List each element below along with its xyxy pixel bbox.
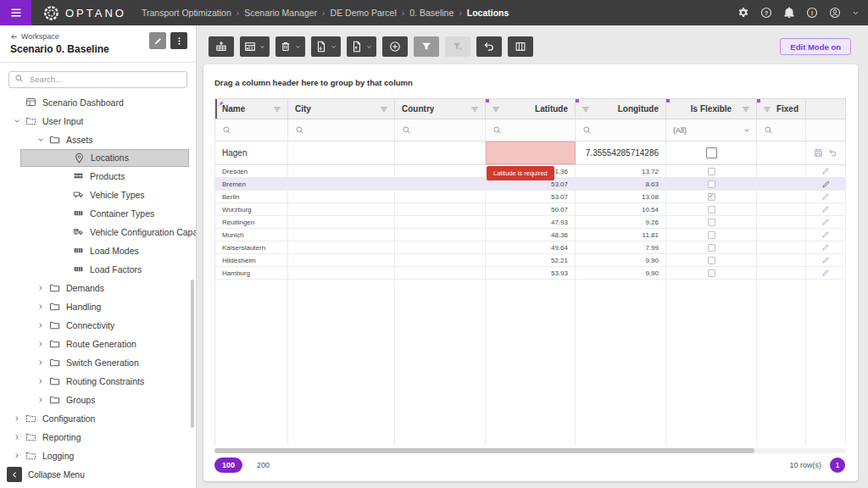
filter-cell-name[interactable] — [215, 119, 288, 141]
cell-city[interactable] — [288, 191, 395, 202]
column-header-country[interactable]: Country — [395, 99, 486, 119]
sidebar-search-input[interactable] — [8, 71, 187, 88]
cell-longitude[interactable]: 11.81 — [576, 229, 666, 241]
scenario-menu-button[interactable] — [170, 32, 187, 49]
grid-row-reutlingen[interactable]: Reutlingen47.939.26 — [215, 216, 846, 229]
cell-country[interactable] — [395, 141, 486, 164]
cell-city[interactable] — [288, 203, 395, 215]
cell-city[interactable] — [288, 229, 395, 241]
breadcrumb-item-de-demo-parcel[interactable]: DE Demo Parcel — [331, 8, 397, 18]
cell-country[interactable] — [395, 165, 486, 177]
is-flexible-checkbox[interactable] — [708, 244, 715, 252]
tree-item-connectivity[interactable]: Connectivity — [0, 316, 196, 335]
import-menu-button[interactable] — [347, 36, 376, 57]
cell-country[interactable] — [395, 203, 486, 215]
cell-name[interactable]: Berlin — [215, 191, 288, 202]
cell-latitude[interactable]: 53.07 — [486, 191, 576, 202]
chevron-right-icon[interactable] — [10, 415, 24, 422]
grid-row-kaiserslautern[interactable]: Kaiserslautern49.647.99 — [215, 241, 846, 254]
cell-latitude[interactable]: 52.21 — [486, 254, 576, 266]
collapse-menu-button[interactable]: Collapse Menu — [7, 467, 85, 482]
edit-row-button[interactable] — [821, 205, 830, 214]
chevron-right-icon[interactable] — [34, 303, 47, 310]
tree-item-logging[interactable]: Logging — [0, 446, 196, 465]
cell-fixed[interactable] — [757, 178, 806, 190]
tree-item-route-generation[interactable]: Route Generation — [0, 335, 196, 353]
alerts-icon[interactable]: ! — [806, 7, 818, 19]
export-menu-button[interactable] — [311, 36, 341, 57]
cell-country[interactable] — [395, 267, 486, 279]
horizontal-scrollbar-thumb[interactable] — [214, 448, 754, 453]
filter-cell-country[interactable] — [395, 119, 486, 141]
tree-item-assets[interactable]: Assets — [0, 130, 196, 149]
tree-item-routing-constraints[interactable]: Routing Constraints — [0, 372, 196, 391]
column-header-latitude[interactable]: Latitude — [486, 99, 576, 119]
chevron-down-icon[interactable] — [34, 136, 47, 143]
help-icon[interactable]: ? — [760, 7, 772, 19]
edit-row-button[interactable] — [821, 167, 830, 175]
edit-row-button[interactable] — [821, 230, 830, 239]
cell-fixed[interactable] — [757, 141, 806, 164]
cell-city[interactable] — [288, 267, 395, 279]
filter-menu-icon[interactable] — [272, 104, 282, 114]
cell-name[interactable]: Dresden — [215, 165, 288, 177]
is-flexible-checkbox[interactable] — [708, 219, 715, 226]
edit-row-button[interactable] — [821, 256, 830, 264]
cell-country[interactable] — [395, 254, 486, 266]
cell-fixed[interactable] — [757, 203, 806, 215]
page-size-100[interactable]: 100 — [214, 458, 242, 473]
revert-row-button[interactable] — [828, 148, 837, 158]
cell-country[interactable] — [395, 241, 486, 253]
cell-longitude[interactable]: 9.26 — [576, 216, 666, 228]
sidebar-scrollbar[interactable] — [191, 280, 194, 428]
grid-row-hamburg[interactable]: Hamburg53.939.90 — [215, 267, 846, 280]
cell-country[interactable] — [395, 229, 486, 241]
tree-item-vehicle-types[interactable]: Vehicle Types — [0, 186, 196, 204]
cell-name[interactable]: Reutlingen — [215, 216, 288, 228]
notifications-bell-icon[interactable] — [783, 7, 795, 19]
tree-item-vehicle-configuration-capacities[interactable]: Vehicle Configuration Capacities — [0, 223, 196, 241]
settings-gear-icon[interactable] — [737, 7, 749, 19]
cell-fixed[interactable] — [757, 254, 806, 266]
app-logo[interactable]: OPTANO — [43, 5, 126, 21]
cell-name[interactable]: Hamburg — [215, 267, 288, 279]
delete-menu-button[interactable] — [275, 36, 305, 57]
tree-item-user-input[interactable]: User Input — [0, 112, 196, 130]
edit-row-button[interactable] — [821, 192, 830, 201]
cell-fixed[interactable] — [757, 267, 806, 279]
grid-row-hildesheim[interactable]: Hildesheim52.219.90 — [215, 254, 846, 267]
grid-row-berlin[interactable]: Berlin53.0713.08✓ — [215, 191, 846, 203]
save-row-button[interactable] — [814, 148, 823, 158]
filter-menu-icon[interactable] — [762, 104, 772, 114]
grid-row-hagen[interactable]: Hagen7.35554285714286 — [215, 141, 846, 165]
cell-city[interactable] — [288, 141, 395, 164]
cell-name[interactable]: Hildesheim — [215, 254, 288, 266]
chevron-right-icon[interactable] — [34, 285, 47, 291]
cell-latitude[interactable]: 48.36 — [486, 229, 576, 241]
cell-country[interactable] — [395, 191, 486, 202]
breadcrumb-item-scenario-manager[interactable]: Scenario Manager — [244, 8, 317, 18]
cell-longitude[interactable]: 8.63 — [576, 178, 666, 190]
cell-city[interactable] — [288, 165, 395, 177]
chevron-right-icon[interactable] — [34, 359, 47, 366]
cell-longitude[interactable]: 9.90 — [576, 267, 666, 279]
cell-latitude[interactable]: 49.64 — [486, 241, 576, 253]
cell-country[interactable] — [395, 216, 486, 228]
filter-cell-is-flexible[interactable]: (All) — [666, 119, 757, 141]
filter-menu-icon[interactable] — [491, 104, 501, 114]
column-chooser-button[interactable] — [508, 36, 533, 57]
column-header-longitude[interactable]: Longitude — [576, 99, 666, 119]
filter-cell-city[interactable] — [288, 119, 395, 141]
breadcrumb-item-0-baseline[interactable]: 0. Baseline — [409, 8, 453, 18]
filter-cell-latitude[interactable] — [486, 119, 576, 141]
edit-row-button[interactable] — [821, 180, 831, 189]
filter-menu-icon[interactable] — [741, 104, 751, 114]
cell-city[interactable] — [288, 216, 395, 228]
cell-longitude[interactable]: 9.90 — [576, 254, 666, 266]
cell-name[interactable]: Hagen — [215, 141, 288, 164]
is-flexible-checkbox[interactable] — [708, 257, 715, 264]
filter-cell-longitude[interactable] — [576, 119, 666, 141]
cell-fixed[interactable] — [757, 241, 806, 253]
tree-item-products[interactable]: Products — [0, 167, 196, 186]
page-size-200[interactable]: 200 — [249, 458, 277, 473]
